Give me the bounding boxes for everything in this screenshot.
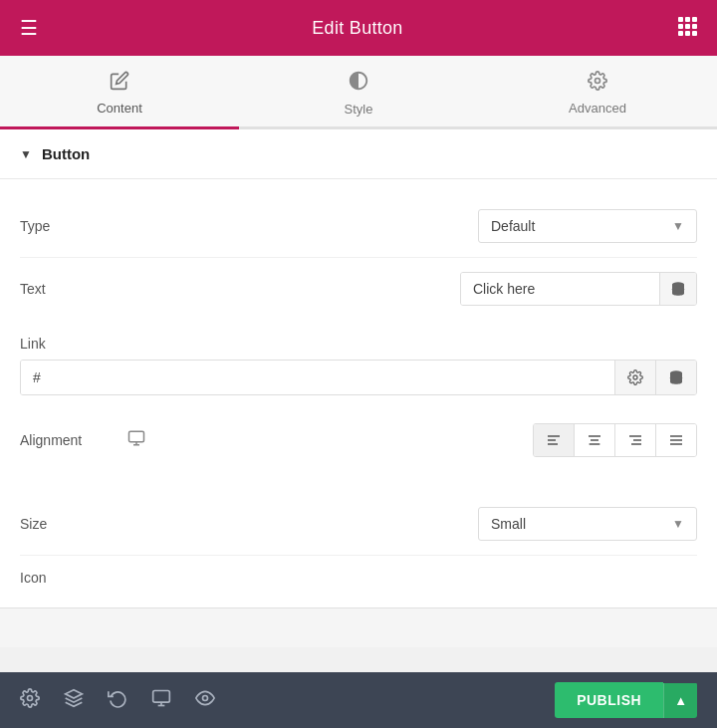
- svg-rect-3: [678, 24, 683, 29]
- align-left-button[interactable]: [534, 424, 575, 456]
- grid-icon[interactable]: [677, 16, 697, 41]
- size-value: Small: [491, 516, 526, 532]
- section-header: ▼ Button: [0, 129, 717, 178]
- size-label: Size: [20, 516, 120, 532]
- link-section: Link: [0, 328, 717, 409]
- text-row: Text: [20, 258, 697, 320]
- svg-rect-7: [685, 31, 690, 36]
- svg-point-11: [633, 375, 637, 379]
- link-db-icon[interactable]: [655, 361, 696, 394]
- menu-icon[interactable]: ☰: [20, 16, 38, 40]
- svg-rect-4: [685, 24, 690, 29]
- tab-style-label: Style: [345, 102, 373, 117]
- size-control: Small ▼: [478, 507, 697, 541]
- type-control: Default ▼: [478, 209, 697, 243]
- link-input-group: [20, 360, 697, 395]
- svg-point-9: [596, 79, 600, 84]
- size-area: Size Small ▼ Icon: [0, 485, 717, 607]
- text-control: [460, 272, 697, 306]
- preview-icon[interactable]: [195, 688, 215, 713]
- tab-bar: Content Style Advanced: [0, 56, 717, 129]
- svg-rect-6: [678, 31, 683, 36]
- text-input[interactable]: [461, 273, 659, 305]
- bottom-toolbar: PUBLISH ▲: [0, 672, 717, 728]
- monitor-icon: [127, 429, 145, 451]
- app-header: ☰ Edit Button: [0, 0, 717, 56]
- alignment-row: Alignment: [20, 409, 697, 471]
- svg-rect-13: [129, 431, 144, 442]
- tab-content-label: Content: [97, 101, 142, 116]
- size-dropdown-arrow-icon: ▼: [672, 517, 684, 531]
- alignment-section: Alignment: [0, 409, 717, 485]
- text-input-group: [460, 272, 697, 306]
- toolbar-icons: [20, 688, 215, 713]
- svg-marker-29: [66, 689, 83, 697]
- svg-rect-1: [685, 17, 690, 22]
- publish-button[interactable]: PUBLISH: [555, 682, 663, 718]
- type-value: Default: [491, 218, 535, 234]
- main-content: ▼ Button Type Default ▼ Text: [0, 129, 717, 647]
- svg-point-28: [28, 695, 33, 700]
- type-label: Type: [20, 218, 120, 234]
- link-gear-icon[interactable]: [614, 361, 655, 394]
- alignment-button-group: [533, 423, 697, 457]
- gear-icon: [588, 71, 607, 96]
- icon-picker-area: [0, 607, 717, 647]
- icon-label: Icon: [20, 570, 120, 586]
- svg-rect-2: [692, 17, 697, 22]
- svg-point-33: [203, 695, 208, 700]
- link-input[interactable]: [21, 361, 614, 394]
- dropdown-arrow-icon: ▼: [672, 219, 684, 233]
- publish-arrow-button[interactable]: ▲: [663, 683, 697, 718]
- align-center-button[interactable]: [575, 424, 615, 456]
- section-title: Button: [42, 145, 90, 162]
- size-dropdown[interactable]: Small ▼: [478, 507, 697, 541]
- tab-style[interactable]: Style: [239, 56, 478, 126]
- collapse-arrow[interactable]: ▼: [20, 147, 32, 161]
- settings-icon[interactable]: [20, 688, 40, 713]
- pencil-icon: [110, 71, 129, 96]
- form-area: Type Default ▼ Text: [0, 187, 717, 328]
- type-row: Type Default ▼: [20, 195, 697, 258]
- icon-row: Icon: [20, 556, 697, 600]
- svg-rect-8: [692, 31, 697, 36]
- history-icon[interactable]: [108, 688, 127, 713]
- alignment-label-group: Alignment: [20, 429, 145, 451]
- svg-rect-5: [692, 24, 697, 29]
- svg-rect-0: [678, 17, 683, 22]
- text-db-icon[interactable]: [659, 273, 696, 305]
- style-icon: [348, 70, 369, 97]
- tab-content[interactable]: Content: [0, 56, 239, 129]
- responsive-icon[interactable]: [151, 688, 171, 713]
- publish-button-wrap: PUBLISH ▲: [555, 682, 697, 718]
- layers-icon[interactable]: [64, 688, 84, 713]
- link-label: Link: [20, 336, 697, 352]
- align-justify-button[interactable]: [656, 424, 696, 456]
- header-title: Edit Button: [312, 18, 402, 39]
- size-row: Size Small ▼: [20, 493, 697, 556]
- text-label: Text: [20, 281, 120, 297]
- svg-rect-30: [153, 690, 170, 702]
- alignment-label: Alignment: [20, 432, 120, 448]
- tab-advanced-label: Advanced: [569, 101, 626, 116]
- align-right-button[interactable]: [615, 424, 656, 456]
- type-dropdown[interactable]: Default ▼: [478, 209, 697, 243]
- tab-advanced[interactable]: Advanced: [478, 56, 717, 126]
